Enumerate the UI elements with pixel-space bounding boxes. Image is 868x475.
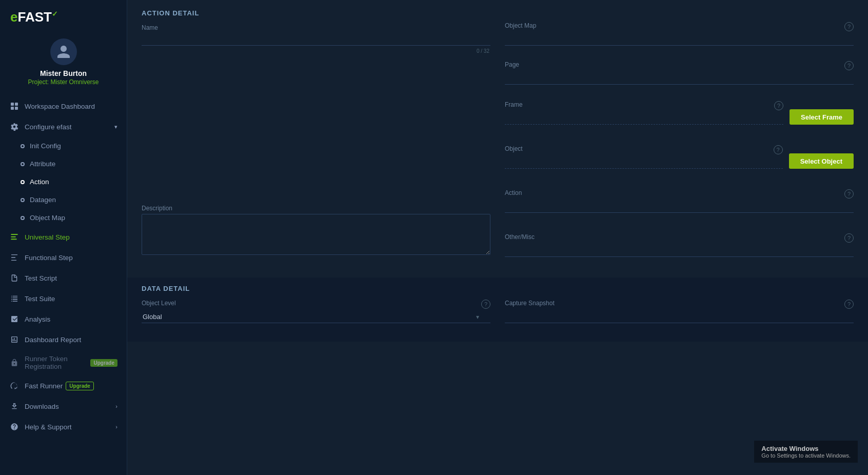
object-map-help-icon[interactable]: ? (844, 22, 854, 31)
sidebar-label: Universal Step (25, 233, 70, 241)
sidebar-item-runner-token[interactable]: Runner Token Registration Upgrade (0, 350, 127, 375)
svg-rect-0 (11, 103, 14, 106)
object-level-select-wrapper: Global Local (142, 311, 490, 323)
sidebar-item-universal-step[interactable]: Universal Step (0, 227, 127, 247)
capture-snapshot-input[interactable] (505, 311, 854, 323)
upgrade-badge[interactable]: Upgrade (90, 359, 117, 367)
page-help-icon[interactable]: ? (844, 61, 854, 70)
sidebar-item-datagen[interactable]: Datagen (0, 191, 127, 209)
sidebar-label: Analysis (25, 315, 50, 323)
description-col: Description (142, 61, 490, 267)
capture-snapshot-label: Capture Snapshot (505, 300, 555, 307)
sidebar-label: Action (30, 178, 49, 186)
other-misc-input[interactable] (505, 245, 854, 257)
svg-rect-2 (11, 107, 14, 110)
sidebar-item-help-support[interactable]: Help & Support › (0, 417, 127, 437)
char-count: 0 / 32 (477, 48, 489, 54)
description-label: Description (142, 205, 490, 212)
sidebar-item-fast-runner[interactable]: Fast Runner Upgrade (0, 375, 127, 396)
sidebar-item-downloads[interactable]: Downloads › (0, 396, 127, 417)
form-row-2: Description Page ? (142, 61, 854, 267)
object-field: Object ? (505, 145, 783, 169)
dot-icon (21, 144, 25, 148)
frame-input[interactable] (505, 112, 783, 125)
page-input[interactable] (505, 72, 854, 85)
help-icon (9, 422, 19, 432)
sidebar-item-configure-efast[interactable]: Configure efast ▾ (0, 116, 127, 137)
sidebar-item-test-script[interactable]: Test Script (0, 268, 127, 288)
sidebar-label: Fast Runner (25, 382, 63, 390)
object-label: Object (505, 145, 523, 152)
sidebar-item-object-map[interactable]: Object Map (0, 209, 127, 227)
chevron-down-icon: ▾ (114, 124, 117, 130)
sidebar-label: Dashboard Report (25, 336, 81, 344)
other-misc-label: Other/Misc (505, 233, 535, 241)
sidebar-label: Downloads (25, 403, 59, 410)
download-icon (9, 401, 19, 411)
action-field: Action ? (505, 189, 854, 213)
frame-field: Frame ? (505, 101, 783, 125)
sidebar-label: Runner Token Registration (25, 355, 87, 370)
capture-snapshot-help-icon[interactable]: ? (844, 300, 854, 309)
sidebar-item-workspace-dashboard[interactable]: Workspace Dashboard (0, 96, 127, 116)
page-col: Page ? Frame ? (505, 61, 854, 267)
sidebar-label: Init Config (30, 142, 61, 150)
sidebar-item-action[interactable]: Action (0, 173, 127, 191)
page-field: Page ? (505, 61, 854, 85)
data-detail-section: DATA DETAIL Object Level Global Local ? (127, 278, 868, 342)
sidebar-item-test-suite[interactable]: Test Suite (0, 288, 127, 309)
object-map-input[interactable] (505, 33, 854, 46)
action-detail-header: ACTION DETAIL (127, 0, 868, 22)
sidebar-item-functional-step[interactable]: Functional Step (0, 247, 127, 268)
page-label: Page (505, 61, 519, 68)
svg-rect-3 (15, 107, 18, 110)
action-detail-form: Name 0 / 32 Object Map ? Descrip (127, 22, 868, 278)
object-level-field: Object Level Global Local ? (142, 300, 490, 323)
sidebar-label: Workspace Dashboard (25, 103, 95, 110)
sidebar-item-analysis[interactable]: Analysis (0, 309, 127, 329)
object-level-col: Object Level Global Local ? (142, 300, 490, 333)
other-misc-help-icon[interactable]: ? (844, 233, 854, 243)
logo-area: eFAST✓ (0, 0, 127, 30)
name-label: Name (142, 24, 490, 31)
sidebar-item-dashboard-report[interactable]: Dashboard Report (0, 329, 127, 350)
object-map-label: Object Map (505, 22, 536, 29)
object-help-icon[interactable]: ? (774, 145, 783, 154)
description-input[interactable] (142, 214, 490, 255)
action-label: Action (505, 189, 522, 196)
sidebar-label: Configure efast (25, 123, 72, 131)
dot-icon (21, 180, 25, 184)
analysis-icon (9, 314, 19, 324)
sidebar-label: Object Map (30, 214, 65, 222)
select-object-button[interactable]: Select Object (789, 153, 854, 169)
sidebar-label: Help & Support (25, 423, 72, 431)
gear-icon (9, 122, 19, 132)
name-input[interactable] (142, 33, 490, 46)
activate-windows-notice: Activate Windows Go to Settings to activ… (754, 441, 858, 463)
sidebar-label: Functional Step (25, 254, 73, 262)
dot-icon (21, 216, 25, 220)
object-input[interactable] (505, 156, 783, 169)
user-name: Mister Burton (40, 69, 87, 77)
object-map-col: Object Map ? (505, 22, 854, 56)
activate-windows-title: Activate Windows (761, 445, 851, 452)
action-input[interactable] (505, 201, 854, 213)
user-project: Project: Mister Omniverse (28, 78, 98, 86)
action-help-icon[interactable]: ? (844, 189, 854, 199)
grid-icon (9, 101, 19, 111)
upgrade-badge-outline[interactable]: Upgrade (66, 382, 94, 390)
frame-help-icon[interactable]: ? (774, 101, 783, 110)
sidebar-item-init-config[interactable]: Init Config (0, 137, 127, 155)
capture-snapshot-col: Capture Snapshot ? (505, 300, 854, 333)
object-level-help-icon[interactable]: ? (481, 300, 490, 309)
select-frame-button[interactable]: Select Frame (790, 109, 854, 125)
svg-rect-6 (11, 239, 16, 240)
step-icon (9, 232, 19, 242)
object-field-wrapper: Object ? Select Object (505, 145, 854, 169)
object-level-select[interactable]: Global Local (142, 311, 490, 323)
activate-windows-subtitle: Go to Settings to activate Windows. (761, 452, 851, 459)
report-icon (9, 334, 19, 345)
sidebar-item-attribute[interactable]: Attribute (0, 155, 127, 173)
form-row-1: Name 0 / 32 Object Map ? (142, 22, 854, 56)
object-map-field: Object Map ? (505, 22, 854, 46)
